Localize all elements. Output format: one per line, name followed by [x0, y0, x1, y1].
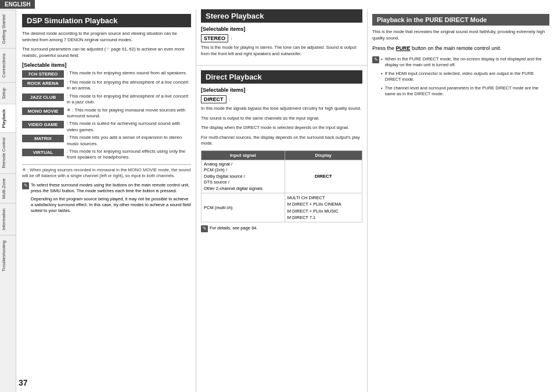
mode-row-mono: MONO MOVIE ✳ : This mode is for playing … — [22, 107, 191, 120]
direct-section: Direct Playback [Selectable items] DIREC… — [196, 66, 367, 237]
stereo-mode-suffix: : — [229, 36, 232, 41]
table-display-1: DIRECT — [285, 160, 362, 193]
mode-name-jazz: JAZZ CLUB — [22, 93, 64, 101]
sidebar-item-getting-started[interactable]: Getting Started — [0, 9, 16, 48]
mode-name-7ch: 7CH STEREO — [22, 70, 64, 78]
mode-row-jazz: JAZZ CLUB : This mode is for enjoying th… — [22, 93, 191, 106]
pure-section: Playback in the PURE DIRECT Mode This is… — [368, 9, 554, 392]
bullet-dot-1: • — [381, 56, 383, 69]
direct-desc1: In this mode the signals bypass the tone… — [201, 106, 362, 112]
pure-bullet-3: • The channel level and surround paramet… — [381, 85, 549, 98]
pure-press-prefix: Press the — [372, 45, 396, 51]
dsp-title: DSP Simulation Playback — [22, 14, 191, 27]
sidebar-item-connections[interactable]: Connections — [0, 48, 16, 82]
direct-note-icon: ✎ — [201, 225, 208, 232]
mode-desc-matrix: : This mode lets you add a sense of expa… — [67, 135, 191, 147]
dsp-section: DSP Simulation Playback The desired mode… — [16, 9, 196, 392]
direct-title: Direct Playback — [201, 70, 362, 84]
mode-name-rock: ROCK ARENA — [22, 80, 64, 87]
stereo-desc: This is the mode for playing in stereo. … — [201, 45, 362, 57]
table-col1-header: Input signal — [202, 150, 285, 160]
middle-section: Stereo Playback [Selectable items] STERE… — [196, 9, 368, 392]
pure-word: PURE — [396, 45, 411, 51]
stereo-mode-name: STEREO — [201, 34, 228, 42]
bullet-dot-2: • — [381, 71, 383, 83]
english-tab: ENGLISH — [0, 0, 35, 9]
sidebar-item-troubleshooting[interactable]: Troubleshooting — [0, 235, 16, 276]
pure-bullet-text-2: If the HDMI input connector is selected,… — [385, 71, 549, 83]
pure-bullet-text-3: The channel level and surround parameter… — [385, 85, 549, 98]
dsp-intro: The desired mode according to the progra… — [22, 31, 191, 43]
pure-bullet-2: • If the HDMI input connector is selecte… — [381, 71, 549, 83]
sidebar-item-information[interactable]: Information — [0, 203, 16, 235]
sidebar-item-setup[interactable]: Setup — [0, 82, 16, 104]
pure-bullet-1: • When in the PURE DIRECT mode, the on-s… — [381, 56, 549, 69]
bullet-dot-3: • — [381, 85, 383, 98]
pure-press-line: Press the PURE button on the main remote… — [372, 45, 549, 53]
direct-mode-suffix: : — [228, 97, 230, 102]
mode-desc-video: : This mode is suited for achieving surr… — [67, 121, 191, 133]
direct-mode-name: DIRECT — [201, 95, 226, 103]
dsp-note-block: ✎ To select these surround modes using t… — [22, 182, 191, 214]
direct-note-text: For details, see page 64. — [210, 225, 258, 232]
sidebar: Getting Started Connections Setup Playba… — [0, 9, 16, 392]
mode-name-virtual: VIRTUAL — [22, 149, 64, 156]
dsp-note-line-1: To select these surround modes using the… — [31, 182, 191, 194]
pure-note-icon: ✎ — [372, 56, 379, 63]
table-row: Analog signal /PCM (2ch) /Dolby Digital … — [202, 160, 362, 193]
page-number: 37 — [19, 378, 28, 387]
table-input-1: Analog signal /PCM (2ch) /Dolby Digital … — [202, 160, 285, 193]
sidebar-item-remote-control[interactable]: Remote Control — [0, 132, 16, 173]
mode-desc-7ch: : This mode is for enjoying stereo sound… — [67, 70, 187, 76]
main-content: DSP Simulation Playback The desired mode… — [16, 9, 554, 392]
table-display-2: MULTI CH DIRECT M DIRECT + PLIIx CINEMA … — [285, 193, 362, 222]
mode-row-video: VIDEO GAME : This mode is suited for ach… — [22, 121, 191, 133]
stereo-section: Stereo Playback [Selectable items] STERE… — [196, 9, 367, 66]
pure-press-suffix: button on the main remote control unit. — [411, 45, 502, 51]
mode-desc-virtual: : This mode is for enjoying surround eff… — [67, 149, 191, 161]
table-input-2: PCM (multi ch) — [202, 193, 285, 222]
pure-title: Playback in the PURE DIRECT Mode — [372, 14, 549, 26]
dsp-selectable-label: [Selectable items] — [22, 62, 191, 68]
mode-desc-rock: : This mode is for enjoying the atmosphe… — [67, 80, 191, 92]
mode-name-matrix: MATRIX — [22, 135, 64, 142]
pure-note-block: ✎ • When in the PURE DIRECT mode, the on… — [372, 56, 549, 100]
pure-bullet-text-1: When in the PURE DIRECT mode, the on-scr… — [385, 56, 549, 69]
dsp-asterisk-note: ✳ : When playing sources recorded in mon… — [22, 164, 191, 179]
direct-selectable-label: [Selectable items] — [201, 87, 362, 93]
pure-intro: This is the mode that recreates the orig… — [372, 29, 549, 41]
direct-table: Input signal Display Analog signal /PCM … — [201, 150, 362, 223]
mode-desc-jazz: : This mode is for enjoying the atmosphe… — [67, 93, 191, 106]
pure-bullet-list: • When in the PURE DIRECT mode, the on-s… — [381, 56, 549, 100]
mode-desc-mono: ✳ : This mode is for playing monaural mo… — [67, 107, 191, 120]
direct-desc2: The sound is output to the same channels… — [201, 116, 362, 122]
direct-note-block: ✎ For details, see page 64. — [201, 225, 362, 232]
stereo-selectable-label: [Selectable items] — [201, 26, 362, 32]
stereo-title: Stereo Playback — [201, 9, 362, 23]
sidebar-item-multi-zone[interactable]: Multi-Zone — [0, 173, 16, 203]
mode-row-virtual: VIRTUAL : This mode is for enjoying surr… — [22, 149, 191, 161]
direct-desc3: The display when the DIRECT mode is sele… — [201, 125, 362, 131]
dsp-note-line-2: Depending on the program source being pl… — [31, 196, 191, 214]
direct-desc4: For multi-channel sources, the display d… — [201, 135, 362, 147]
table-col2-header: Display — [285, 150, 362, 160]
dsp-intro2: The surround parameters can be adjusted … — [22, 46, 191, 59]
table-row: PCM (multi ch) MULTI CH DIRECT M DIRECT … — [202, 193, 362, 222]
dsp-note-icon: ✎ — [22, 182, 29, 189]
mode-row-7ch: 7CH STEREO : This mode is for enjoying s… — [22, 70, 191, 78]
mode-name-video: VIDEO GAME — [22, 121, 64, 128]
mode-row-matrix: MATRIX : This mode lets you add a sense … — [22, 135, 191, 147]
mode-name-mono: MONO MOVIE — [22, 107, 64, 115]
sidebar-item-playback[interactable]: Playback — [0, 104, 16, 133]
mode-row-rock: ROCK ARENA : This mode is for enjoying t… — [22, 80, 191, 92]
